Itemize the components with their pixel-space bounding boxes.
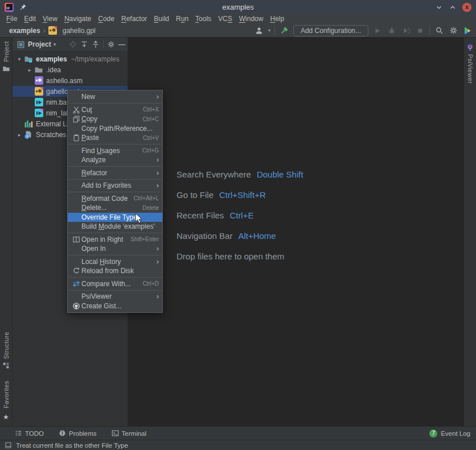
menu-icon-spacer: [71, 168, 81, 177]
todo-icon: [15, 430, 22, 437]
menubar-item-1[interactable]: Edit: [20, 14, 39, 24]
menu-separator: [68, 166, 162, 167]
menu-item-paste[interactable]: PasteCtrl+V: [68, 133, 162, 143]
menu-item-psiviewer[interactable]: PsiViewer›: [68, 292, 162, 302]
menu-item-label: Refactor: [81, 169, 151, 177]
menu-item-override-file-type[interactable]: Override File Type: [68, 213, 162, 222]
menubar-item-0[interactable]: File: [3, 14, 20, 24]
menu-item-create-gist[interactable]: Create Gist...: [68, 302, 162, 311]
menubar-item-10[interactable]: Window: [236, 14, 267, 24]
header-separator: [103, 40, 104, 48]
expand-all-icon[interactable]: [80, 40, 88, 48]
menubar-item-5[interactable]: Refactor: [118, 14, 150, 24]
hint-action: Navigation Bar: [177, 231, 232, 241]
toolwindow-button-problems[interactable]: Problems: [59, 430, 97, 437]
menu-item-label: Delete...: [81, 204, 137, 212]
breadcrumb-file[interactable]: ✱ gahello.gpl: [48, 26, 96, 35]
menubar-item-2[interactable]: View: [39, 14, 61, 24]
submenu-arrow-icon: ›: [157, 183, 159, 188]
toolwindow-button-label: Terminal: [122, 430, 146, 437]
debug-icon: [387, 26, 397, 36]
statusbar: Treat current file as the other File Typ…: [0, 440, 476, 450]
menubar-item-7[interactable]: Run: [173, 14, 192, 24]
hint-action: Recent Files: [177, 210, 224, 220]
cut-icon: [71, 105, 81, 114]
search-icon[interactable]: [434, 26, 444, 36]
menubar-item-4[interactable]: Code: [95, 14, 118, 24]
menu-icon-spacer: [71, 244, 81, 253]
menu-icon-spacer: [71, 146, 81, 155]
user-icon[interactable]: [254, 26, 264, 36]
gear-icon[interactable]: [107, 40, 115, 48]
hide-icon[interactable]: —: [118, 42, 125, 47]
menubar-item-6[interactable]: Build: [150, 14, 173, 24]
menu-icon-spacer: [71, 155, 81, 164]
menu-separator: [68, 179, 162, 180]
tree-item--idea[interactable]: ▸.idea: [13, 64, 128, 75]
menu-item-cut[interactable]: CutCtrl+X: [68, 105, 162, 115]
expand-arrow-icon[interactable]: ▾: [15, 56, 24, 62]
menu-item-compare-with[interactable]: Compare With...Ctrl+D: [68, 279, 162, 289]
menu-item-analyze[interactable]: Analyze›: [68, 155, 162, 165]
hint-keys: Alt+Home: [238, 231, 276, 241]
add-configuration-button[interactable]: Add Configuration...: [293, 25, 368, 36]
toolwindow-button-label: Favorites: [3, 381, 10, 408]
left-toolwindow-stripe: Project StructureFavorites★: [0, 38, 13, 426]
menu-item-open-in[interactable]: Open In›: [68, 244, 162, 254]
menubar-item-9[interactable]: VCS: [215, 14, 236, 24]
menu-item-shortcut: Ctrl+G: [142, 147, 159, 154]
menu-item-build-module-examples[interactable]: Build Module 'examples': [68, 222, 162, 232]
menu-item-refactor[interactable]: Refactor›: [68, 168, 162, 178]
toolwindow-button-label: TODO: [25, 430, 44, 437]
menubar-item-3[interactable]: Navigate: [61, 14, 95, 24]
menu-item-copy-path-reference[interactable]: Copy Path/Reference...: [68, 124, 162, 134]
tree-item-ashello-asm[interactable]: ✱ashello.asm: [13, 75, 128, 86]
compare-icon: [71, 279, 81, 288]
menu-item-open-in-right-split[interactable]: Open in Right SplitShift+Enter: [68, 235, 162, 245]
toolwindow-button-structure[interactable]: Structure: [2, 332, 10, 369]
submenu-arrow-icon: ›: [157, 294, 159, 299]
event-log-button[interactable]: 7 Event Log: [429, 430, 470, 437]
collapse-all-icon[interactable]: [92, 40, 100, 48]
pin-icon[interactable]: [19, 3, 27, 11]
close-button[interactable]: x: [462, 3, 471, 12]
minimize-button[interactable]: [435, 3, 443, 11]
menu-item-delete[interactable]: Delete...Delete: [68, 203, 162, 213]
project-panel-title[interactable]: Project: [28, 40, 51, 48]
toolwindow-button-todo[interactable]: TODO: [15, 430, 44, 437]
menu-item-reload-from-disk[interactable]: Reload from Disk: [68, 266, 162, 276]
star-icon: ★: [3, 411, 9, 422]
toolwindow-button-project[interactable]: Project: [2, 41, 10, 73]
gear-icon[interactable]: [448, 26, 458, 36]
menu-item-reformat-code[interactable]: Reformat CodeCtrl+Alt+L: [68, 194, 162, 204]
tree-item-label: .idea: [46, 66, 61, 74]
toolwindow-button-psiviewer[interactable]: ψPsiViewer: [467, 41, 474, 84]
bottom-toolwindow-bar: TODOProblemsTerminal 7 Event Log: [0, 426, 476, 440]
menu-item-add-to-favorites[interactable]: Add to Favorites›: [68, 181, 162, 191]
terminal-icon: [112, 430, 119, 437]
menubar-item-11[interactable]: Help: [266, 14, 288, 24]
breadcrumb-root[interactable]: examples: [9, 27, 40, 35]
caret-down-icon[interactable]: ▾: [54, 42, 56, 47]
right-toolwindow-stripe: ψPsiViewer: [463, 38, 476, 426]
menu-item-copy[interactable]: CopyCtrl+C: [68, 114, 162, 124]
caret-down-icon[interactable]: ▾: [268, 28, 270, 33]
menu-item-label: Compare With...: [81, 280, 137, 288]
menu-item-local-history[interactable]: Local History›: [68, 257, 162, 267]
build-hammer-icon[interactable]: [279, 26, 289, 36]
ide-logo-icon[interactable]: [462, 26, 473, 36]
drop-files-hint: Drop files here to open them: [177, 246, 303, 266]
hint-action: Go to File: [177, 190, 214, 200]
expand-arrow-icon[interactable]: ▸: [25, 67, 34, 73]
menubar-item-8[interactable]: Tools: [192, 14, 215, 24]
maximize-button[interactable]: [449, 3, 457, 11]
event-log-badge: 7: [429, 430, 437, 437]
libraries-icon: [24, 119, 33, 129]
menu-item-shortcut: Ctrl+D: [142, 280, 159, 287]
tree-item-examples[interactable]: ▾examples~/tmp/examples: [13, 53, 128, 64]
expand-arrow-icon[interactable]: ▸: [15, 132, 24, 138]
menu-item-new[interactable]: New›: [68, 92, 162, 102]
menu-item-find-usages[interactable]: Find UsagesCtrl+G: [68, 146, 162, 156]
toolwindow-button-favorites[interactable]: Favorites★: [3, 381, 10, 422]
toolwindow-button-terminal[interactable]: Terminal: [112, 430, 146, 437]
